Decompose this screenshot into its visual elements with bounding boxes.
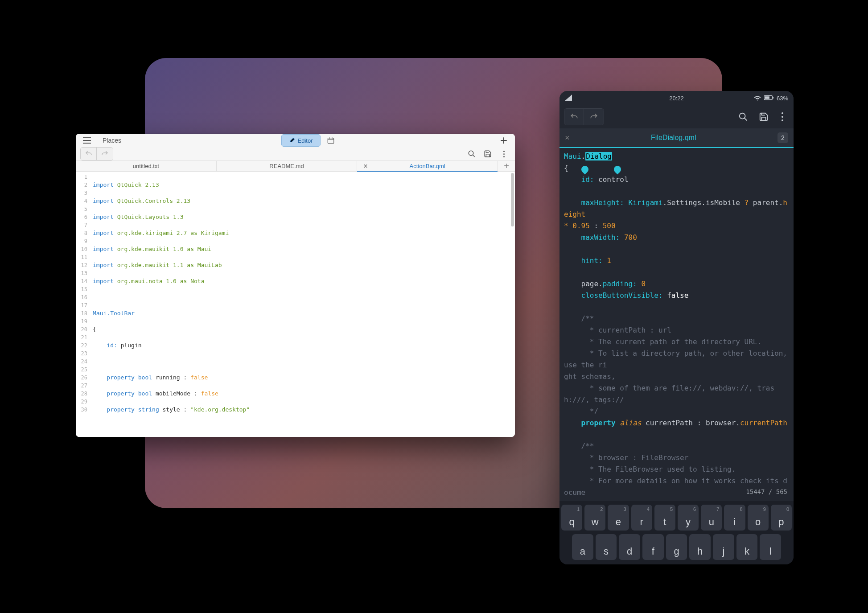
places-label[interactable]: Places	[103, 137, 121, 144]
tab-label: untitled.txt	[133, 163, 159, 169]
key-o[interactable]: 9o	[748, 505, 769, 531]
mobile-code-editor[interactable]: Maui.Dialog { id: control maxHeight: Kir…	[559, 148, 794, 501]
mobile-editor-window: 20:22 63%	[559, 91, 794, 564]
key-r[interactable]: 4r	[631, 505, 652, 531]
key-u[interactable]: 7u	[701, 505, 722, 531]
tab-actionbar[interactable]: × ActionBar.qml	[357, 161, 498, 171]
signal-icon	[565, 95, 572, 102]
undo-button[interactable]	[564, 109, 584, 125]
battery-icon	[764, 95, 774, 102]
tab-untitled[interactable]: untitled.txt	[76, 161, 217, 171]
tab-readme[interactable]: README.md	[217, 161, 358, 171]
new-window-button[interactable]: +	[497, 134, 510, 147]
mobile-toolbar	[559, 105, 794, 128]
mobile-status-bar: 20:22 63%	[559, 91, 794, 105]
key-q[interactable]: 1q	[561, 505, 582, 531]
svg-rect-4	[773, 97, 773, 99]
virtual-keyboard: 1q2w3e4r5t6y7u8i9o0p asdfghjkl	[559, 501, 794, 564]
save-icon[interactable]	[755, 108, 772, 125]
selection-handle-left[interactable]	[580, 165, 590, 175]
svg-rect-0	[328, 138, 334, 144]
key-d[interactable]: d	[619, 534, 640, 560]
key-w[interactable]: 2w	[584, 505, 605, 531]
hamburger-icon[interactable]	[80, 134, 94, 147]
selection-handle-right[interactable]	[613, 165, 623, 175]
desktop-editor-window: Places Editor +	[76, 134, 515, 437]
key-s[interactable]: s	[596, 534, 617, 560]
tab-label: README.md	[269, 163, 304, 169]
mobile-tab[interactable]: × FileDialog.qml 2	[559, 128, 794, 148]
key-k[interactable]: k	[736, 534, 758, 560]
desktop-tabs: untitled.txt README.md × ActionBar.qml +	[76, 160, 515, 172]
key-l[interactable]: l	[760, 534, 781, 560]
redo-button[interactable]	[584, 109, 604, 125]
overflow-menu-icon[interactable]	[776, 112, 789, 121]
new-tab-button[interactable]: +	[498, 161, 515, 171]
desktop-code-editor[interactable]: 12345678910 11121314151617181920 2122232…	[76, 172, 515, 437]
line-gutter: 12345678910 11121314151617181920 2122232…	[76, 172, 90, 437]
redo-button[interactable]	[97, 148, 113, 160]
tab-title: FileDialog.qml	[570, 134, 777, 142]
tab-label: ActionBar.qml	[410, 163, 445, 169]
key-p[interactable]: 0p	[771, 505, 792, 531]
calendar-icon[interactable]	[324, 134, 337, 147]
key-f[interactable]: f	[642, 534, 664, 560]
close-tab-icon[interactable]: ×	[363, 162, 367, 170]
history-buttons	[564, 108, 604, 125]
text-selection[interactable]: Dialog	[585, 152, 612, 160]
editor-mode-button[interactable]: Editor	[281, 134, 321, 147]
key-y[interactable]: 6y	[678, 505, 699, 531]
key-g[interactable]: g	[666, 534, 687, 560]
search-icon[interactable]	[465, 147, 478, 160]
tab-count-badge: 2	[777, 132, 788, 143]
history-buttons	[80, 147, 113, 160]
undo-button[interactable]	[81, 148, 97, 160]
desktop-toolbar	[76, 147, 515, 160]
code-content[interactable]: import QtQuick 2.13 import QtQuick.Contr…	[90, 172, 515, 437]
key-i[interactable]: 8i	[724, 505, 745, 531]
battery-percent: 63%	[777, 95, 788, 102]
save-icon[interactable]	[481, 147, 494, 160]
key-h[interactable]: h	[689, 534, 711, 560]
svg-rect-3	[765, 96, 769, 99]
editor-mode-label: Editor	[298, 137, 313, 144]
svg-point-5	[740, 113, 745, 119]
svg-point-1	[469, 151, 473, 156]
search-icon[interactable]	[735, 108, 752, 125]
key-e[interactable]: 3e	[608, 505, 629, 531]
overflow-menu-icon[interactable]	[497, 151, 510, 157]
scrollbar-thumb[interactable]	[511, 173, 514, 226]
key-t[interactable]: 5t	[654, 505, 675, 531]
mobile-cursor-status: 15447 / 565	[746, 486, 787, 498]
close-tab-icon[interactable]: ×	[565, 133, 570, 143]
key-j[interactable]: j	[713, 534, 734, 560]
desktop-titlebar: Places Editor +	[76, 134, 515, 147]
key-a[interactable]: a	[572, 534, 593, 560]
wifi-icon	[753, 95, 761, 102]
clock: 20:22	[669, 95, 684, 102]
